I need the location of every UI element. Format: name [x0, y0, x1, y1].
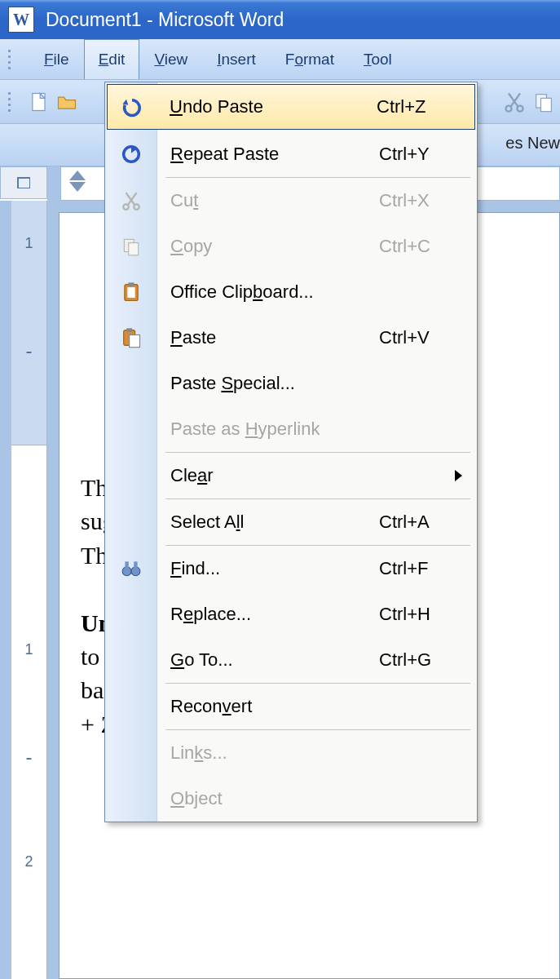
- menuitem-links: Links...: [105, 730, 477, 776]
- menuitem-paste-hyperlink: Paste as Hyperlink: [105, 406, 477, 452]
- cut-icon[interactable]: [503, 91, 526, 113]
- menuitem-repeat[interactable]: Repeat Paste Ctrl+Y: [105, 131, 477, 177]
- copy-icon[interactable]: [532, 91, 555, 113]
- svg-rect-9: [129, 243, 139, 255]
- menuitem-paste[interactable]: Paste Ctrl+V: [105, 315, 477, 361]
- svg-rect-19: [134, 561, 137, 569]
- menu-tools[interactable]: Tool: [349, 39, 407, 79]
- svg-point-6: [123, 204, 129, 210]
- new-document-icon[interactable]: [28, 91, 51, 113]
- menuitem-goto[interactable]: Go To... Ctrl+G: [105, 637, 477, 683]
- hanging-indent-marker[interactable]: [69, 182, 86, 192]
- vruler-tick: 1: [24, 641, 33, 658]
- open-folder-icon[interactable]: [55, 91, 78, 113]
- window-title: Document1 - Microsoft Word: [46, 9, 284, 31]
- svg-rect-18: [125, 561, 128, 569]
- menuitem-select-all[interactable]: Select All Ctrl+A: [105, 499, 477, 545]
- menuitem-paste-special[interactable]: Paste Special...: [105, 361, 477, 406]
- word-app-icon: W: [8, 7, 34, 33]
- edit-menu-dropdown: Undo Paste Ctrl+Z Repeat Paste Ctrl+Y Cu…: [104, 82, 478, 822]
- menuitem-undo[interactable]: Undo Paste Ctrl+Z: [107, 84, 475, 130]
- svg-point-7: [134, 204, 139, 210]
- paste-icon: [105, 326, 157, 349]
- submenu-arrow-icon: [455, 470, 462, 481]
- svg-point-2: [518, 105, 523, 111]
- ruler-corner[interactable]: [0, 166, 47, 199]
- svg-rect-12: [129, 282, 134, 286]
- vruler-tick: 2: [24, 853, 33, 870]
- menuitem-object: Object: [105, 776, 477, 822]
- menu-bar: File Edit View Insert Format Tool: [0, 39, 560, 80]
- menu-file[interactable]: File: [29, 39, 84, 79]
- svg-rect-14: [130, 335, 140, 348]
- menu-edit[interactable]: Edit: [84, 39, 140, 79]
- redo-icon: [105, 143, 157, 166]
- undo-icon: [108, 95, 157, 118]
- menuitem-office-clipboard[interactable]: Office Clipboard...: [105, 269, 477, 315]
- svg-point-1: [506, 105, 512, 111]
- svg-rect-15: [126, 328, 132, 332]
- menuitem-copy: Copy Ctrl+C: [105, 224, 477, 269]
- first-line-indent-marker[interactable]: [69, 171, 86, 180]
- copy-icon: [105, 236, 157, 257]
- menu-format[interactable]: Format: [271, 39, 349, 79]
- menuitem-reconvert[interactable]: Reconvert: [105, 684, 477, 729]
- menuitem-find[interactable]: Find... Ctrl+F: [105, 546, 477, 591]
- titlebar: W Document1 - Microsoft Word: [0, 0, 560, 39]
- menubar-grip[interactable]: [8, 39, 15, 79]
- vruler-tick: 1: [24, 235, 33, 252]
- font-name-fragment: es New: [505, 134, 560, 153]
- svg-rect-4: [541, 98, 552, 111]
- toolbar-grip[interactable]: [8, 92, 15, 112]
- clipboard-icon: [105, 281, 157, 303]
- svg-rect-11: [127, 287, 134, 298]
- vertical-ruler[interactable]: 1 - 1 - 2: [11, 201, 47, 979]
- menuitem-replace[interactable]: Replace... Ctrl+H: [105, 591, 477, 637]
- menu-insert[interactable]: Insert: [202, 39, 271, 79]
- menuitem-cut: Cut Ctrl+X: [105, 178, 477, 224]
- scissors-icon: [105, 190, 157, 211]
- binoculars-icon: [105, 558, 157, 579]
- menuitem-clear[interactable]: Clear: [105, 453, 477, 498]
- menu-view[interactable]: View: [139, 39, 202, 79]
